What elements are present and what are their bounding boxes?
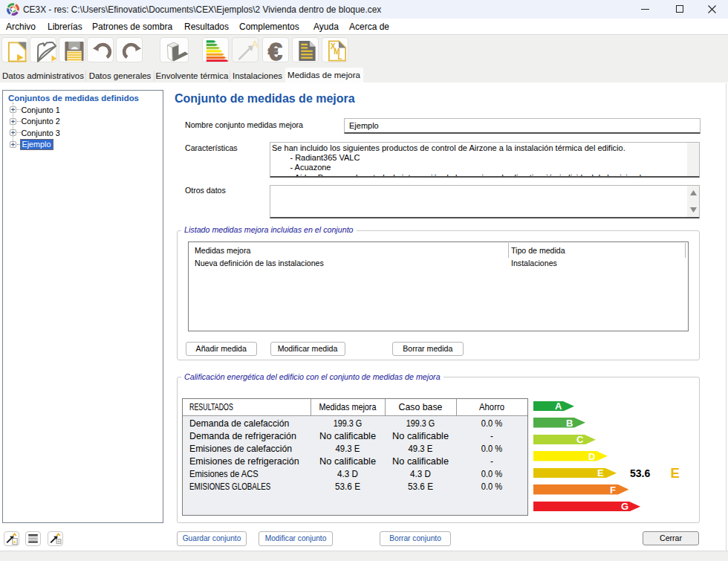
svg-text:A: A	[252, 39, 259, 50]
svg-text:L: L	[337, 53, 342, 61]
svg-text:€: €	[267, 39, 282, 62]
